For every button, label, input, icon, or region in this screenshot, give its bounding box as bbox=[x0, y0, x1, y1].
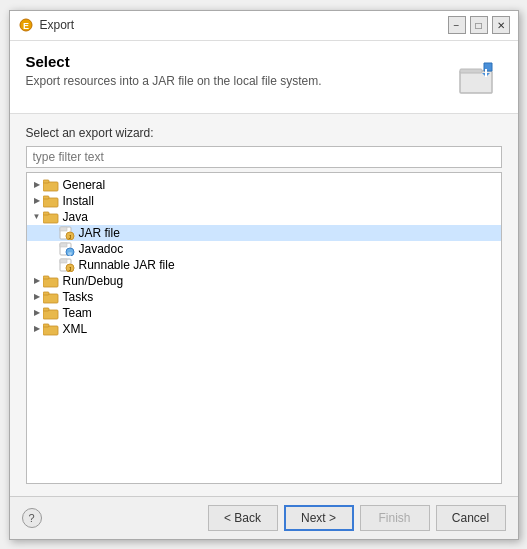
tree-item[interactable]: Java bbox=[27, 209, 501, 225]
dialog-header: Select Export resources into a JAR file … bbox=[10, 41, 518, 114]
footer-buttons: < Back Next > Finish Cancel bbox=[208, 505, 506, 531]
tree-item[interactable]: J JAR file bbox=[27, 225, 501, 241]
jar-file-icon: J bbox=[59, 226, 75, 240]
tree-arrow bbox=[31, 178, 43, 192]
close-button[interactable]: ✕ bbox=[492, 16, 510, 34]
header-title: Select bbox=[26, 53, 322, 70]
folder-icon bbox=[43, 210, 59, 224]
folder-icon bbox=[43, 322, 59, 336]
header-subtitle: Export resources into a JAR file on the … bbox=[26, 74, 322, 88]
tree-item-label: JAR file bbox=[79, 226, 120, 240]
jar-file-icon: J bbox=[59, 258, 75, 272]
dialog-footer: ? < Back Next > Finish Cancel bbox=[10, 496, 518, 539]
dialog-content: Select an export wizard: General Install… bbox=[10, 114, 518, 496]
tree-item[interactable]: @ Javadoc bbox=[27, 241, 501, 257]
svg-rect-7 bbox=[43, 196, 49, 199]
folder-icon bbox=[43, 194, 59, 208]
svg-text:@: @ bbox=[68, 251, 72, 256]
tree-item-label: Runnable JAR file bbox=[79, 258, 175, 272]
back-button[interactable]: < Back bbox=[208, 505, 278, 531]
header-icon bbox=[454, 53, 502, 101]
doc-file-icon: @ bbox=[59, 242, 75, 256]
tree-arrow bbox=[47, 258, 59, 272]
tree-item-label: Run/Debug bbox=[63, 274, 124, 288]
tree-item[interactable]: Run/Debug bbox=[27, 273, 501, 289]
tree-arrow bbox=[47, 242, 59, 256]
svg-rect-23 bbox=[43, 276, 49, 279]
tree-item-label: Javadoc bbox=[79, 242, 124, 256]
svg-rect-5 bbox=[43, 180, 49, 183]
tree-item[interactable]: J Runnable JAR file bbox=[27, 257, 501, 273]
svg-text:E: E bbox=[22, 21, 28, 31]
folder-icon bbox=[43, 178, 59, 192]
export-dialog: E Export − □ ✕ Select Export resources i… bbox=[9, 10, 519, 540]
folder-icon bbox=[43, 290, 59, 304]
header-text: Select Export resources into a JAR file … bbox=[26, 53, 322, 88]
svg-rect-29 bbox=[43, 324, 49, 327]
titlebar: E Export − □ ✕ bbox=[10, 11, 518, 41]
folder-icon bbox=[43, 274, 59, 288]
tree-item[interactable]: Install bbox=[27, 193, 501, 209]
tree-arrow bbox=[31, 194, 43, 208]
window-controls: − □ ✕ bbox=[448, 16, 510, 34]
filter-input[interactable] bbox=[26, 146, 502, 168]
tree-item-label: Java bbox=[63, 210, 88, 224]
cancel-button[interactable]: Cancel bbox=[436, 505, 506, 531]
tree-item[interactable]: XML bbox=[27, 321, 501, 337]
svg-text:J: J bbox=[68, 234, 71, 240]
tree-item-label: Tasks bbox=[63, 290, 94, 304]
svg-rect-15 bbox=[60, 243, 67, 247]
finish-button[interactable]: Finish bbox=[360, 505, 430, 531]
help-button[interactable]: ? bbox=[22, 508, 42, 528]
tree-item-label: Install bbox=[63, 194, 94, 208]
tree-arrow bbox=[31, 274, 43, 288]
tree-container: General Install Java J JAR file @ Javado… bbox=[26, 172, 502, 484]
tree-arrow bbox=[47, 226, 59, 240]
folder-icon bbox=[43, 306, 59, 320]
tree-item[interactable]: Team bbox=[27, 305, 501, 321]
tree-arrow bbox=[31, 306, 43, 320]
titlebar-title: Export bbox=[40, 18, 448, 32]
tree-item-label: Team bbox=[63, 306, 92, 320]
tree-arrow bbox=[31, 290, 43, 304]
titlebar-app-icon: E bbox=[18, 17, 34, 33]
svg-rect-19 bbox=[60, 259, 67, 263]
tree-item-label: XML bbox=[63, 322, 88, 336]
svg-rect-11 bbox=[60, 227, 67, 231]
tree-item[interactable]: Tasks bbox=[27, 289, 501, 305]
svg-rect-9 bbox=[43, 212, 49, 215]
svg-text:J: J bbox=[68, 266, 71, 272]
next-button[interactable]: Next > bbox=[284, 505, 354, 531]
maximize-button[interactable]: □ bbox=[470, 16, 488, 34]
minimize-button[interactable]: − bbox=[448, 16, 466, 34]
tree-item[interactable]: General bbox=[27, 177, 501, 193]
svg-rect-27 bbox=[43, 308, 49, 311]
section-label: Select an export wizard: bbox=[26, 126, 502, 140]
svg-rect-25 bbox=[43, 292, 49, 295]
tree-arrow bbox=[31, 322, 43, 336]
tree-item-label: General bbox=[63, 178, 106, 192]
tree-arrow bbox=[31, 210, 43, 224]
svg-rect-3 bbox=[460, 69, 482, 73]
